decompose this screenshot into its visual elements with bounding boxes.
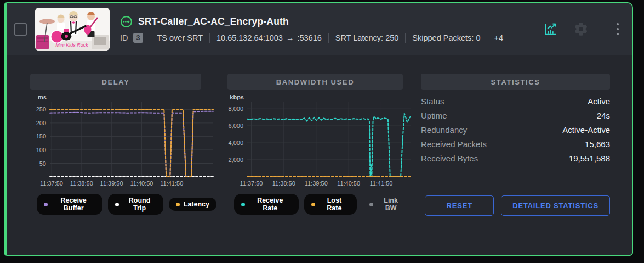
route-to: :53616: [297, 33, 321, 42]
svg-text:11:37:50: 11:37:50: [40, 180, 63, 187]
stat-value: 19,551,588: [569, 154, 610, 163]
srt-caller-status-icon: [120, 15, 133, 28]
legend-color-dot: [44, 203, 48, 206]
meta-divider: [150, 33, 150, 43]
stat-row: Received Bytes19,551,588: [421, 151, 610, 165]
route-from: 10.65.132.64:1003: [216, 33, 283, 42]
legend-label: Link BW: [377, 197, 404, 212]
detailed-statistics-button[interactable]: DETAILED STATISTICS: [501, 195, 610, 216]
more-meta-count[interactable]: +4: [494, 33, 503, 42]
thumbnail-image: Mini Kids Rock: [35, 8, 110, 51]
legend-item-latency[interactable]: Latency: [169, 198, 216, 211]
statistics-view-button[interactable]: [543, 22, 558, 37]
meta-divider: [209, 33, 210, 43]
svg-text:11:40:50: 11:40:50: [130, 180, 153, 187]
gear-icon: [573, 21, 589, 37]
svg-text:11:38:50: 11:38:50: [70, 180, 93, 187]
select-stream-checkbox[interactable]: [14, 23, 27, 36]
legend-color-dot: [176, 203, 180, 206]
stat-label: Received Bytes: [421, 154, 478, 163]
stream-card: Mini Kids Rock SRT-Caller_AC-AC_Encryp-A…: [4, 2, 633, 256]
legend-item-receive-rate[interactable]: Receive Rate: [234, 194, 299, 215]
stream-thumbnail[interactable]: Mini Kids Rock: [35, 8, 110, 51]
svg-text:50: 50: [39, 160, 46, 167]
stream-title: SRT-Caller_AC-AC_Encryp-Auth: [138, 16, 289, 27]
svg-text:ms: ms: [38, 94, 47, 100]
stat-value: Active: [588, 97, 610, 106]
svg-text:2,000: 2,000: [228, 156, 243, 163]
delay-chart-legend: Receive BufferRound TripLatency: [37, 194, 216, 215]
stat-value: 15,663: [585, 139, 610, 149]
srt-latency: SRT Latency: 250: [335, 33, 399, 42]
bandwidth-panel-title: BANDWIDTH USED: [227, 74, 403, 90]
stat-row: Uptime24s: [421, 108, 610, 122]
legend-item-round-trip[interactable]: Round Trip: [108, 194, 163, 215]
svg-text:11:41:50: 11:41:50: [369, 180, 392, 187]
statistics-panel-title: STATISTICS: [421, 74, 610, 90]
stream-card-header: Mini Kids Rock SRT-Caller_AC-AC_Encryp-A…: [7, 3, 632, 55]
stat-value: 24s: [597, 111, 610, 120]
stat-label: Uptime: [421, 111, 447, 120]
id-label: ID: [120, 33, 128, 42]
stat-value: Active-Active: [562, 125, 610, 135]
legend-color-dot: [241, 203, 245, 206]
stream-meta-row: ID 3 TS over SRT 10.65.132.64:1003 → :53…: [120, 33, 503, 43]
delay-panel: DELAY 11:37:5011:38:5011:39:5011:40:5011…: [30, 74, 216, 216]
svg-text:11:37:50: 11:37:50: [240, 180, 263, 187]
legend-item-link-bw[interactable]: Link BW: [362, 194, 412, 215]
svg-text:250: 250: [36, 106, 46, 113]
legend-label: Round Trip: [123, 197, 156, 212]
stream-card-body: DELAY 11:37:5011:38:5011:39:5011:40:5011…: [7, 55, 632, 216]
protocol-label: TS over SRT: [157, 33, 203, 42]
legend-label: Lost Rate: [319, 197, 350, 212]
svg-text:6,000: 6,000: [228, 122, 243, 129]
svg-text:11:40:50: 11:40:50: [337, 180, 360, 187]
header-divider: [602, 19, 602, 40]
legend-color-dot: [311, 203, 315, 206]
statistics-rows: StatusActiveUptime24sRedundancyActive-Ac…: [421, 94, 610, 165]
legend-label: Receive Rate: [249, 197, 292, 212]
settings-button[interactable]: [573, 21, 589, 37]
header-actions: [543, 19, 620, 40]
more-options-button[interactable]: [615, 22, 620, 36]
stat-row: RedundancyActive-Active: [421, 122, 610, 137]
route-arrow-icon: →: [286, 33, 294, 42]
svg-text:11:41:50: 11:41:50: [160, 180, 183, 187]
stat-label: Status: [421, 97, 444, 106]
legend-color-dot: [369, 203, 373, 206]
stream-title-block: SRT-Caller_AC-AC_Encryp-Auth ID 3 TS ove…: [120, 15, 503, 43]
meta-divider: [328, 33, 329, 43]
chart-statistics-icon: [543, 22, 558, 37]
bandwidth-panel: BANDWIDTH USED 11:37:5011:38:5011:39:501…: [227, 74, 412, 216]
bandwidth-chart-legend: Receive RateLost RateLink BW: [234, 194, 412, 215]
svg-text:11:38:50: 11:38:50: [272, 180, 295, 187]
svg-text:100: 100: [36, 147, 46, 153]
skipped-packets: Skipped Packets: 0: [412, 33, 480, 42]
svg-text:150: 150: [36, 133, 46, 139]
reset-button[interactable]: RESET: [425, 195, 494, 216]
stat-label: Redundancy: [421, 125, 467, 135]
meta-divider: [405, 33, 406, 43]
delay-chart: 11:37:5011:38:5011:39:5011:40:5011:41:50…: [30, 93, 214, 190]
thumbnail-caption: Mini Kids Rock: [55, 42, 88, 48]
svg-text:11:39:50: 11:39:50: [100, 180, 123, 187]
svg-text:4,000: 4,000: [228, 139, 243, 146]
stat-label: Received Packets: [421, 139, 487, 149]
legend-label: Receive Buffer: [52, 197, 95, 212]
legend-color-dot: [115, 203, 119, 206]
svg-text:200: 200: [36, 120, 46, 126]
bandwidth-chart: 11:37:5011:38:5011:39:5011:40:5011:41:50…: [227, 93, 412, 190]
id-badge: 3: [133, 33, 144, 43]
svg-text:8,000: 8,000: [228, 105, 243, 112]
legend-item-lost-rate[interactable]: Lost Rate: [304, 194, 357, 215]
statistics-panel: STATISTICS StatusActiveUptime24sRedundan…: [421, 74, 610, 216]
svg-text:11:39:50: 11:39:50: [305, 180, 328, 187]
legend-item-receive-buffer[interactable]: Receive Buffer: [37, 194, 102, 215]
svg-text:kbps: kbps: [230, 94, 244, 100]
stat-row: Received Packets15,663: [421, 137, 610, 151]
legend-label: Latency: [184, 200, 209, 208]
meta-divider: [487, 33, 487, 43]
stat-row: StatusActive: [421, 94, 610, 108]
kebab-menu-icon: [615, 22, 620, 36]
statistics-actions: RESET DETAILED STATISTICS: [421, 195, 610, 216]
